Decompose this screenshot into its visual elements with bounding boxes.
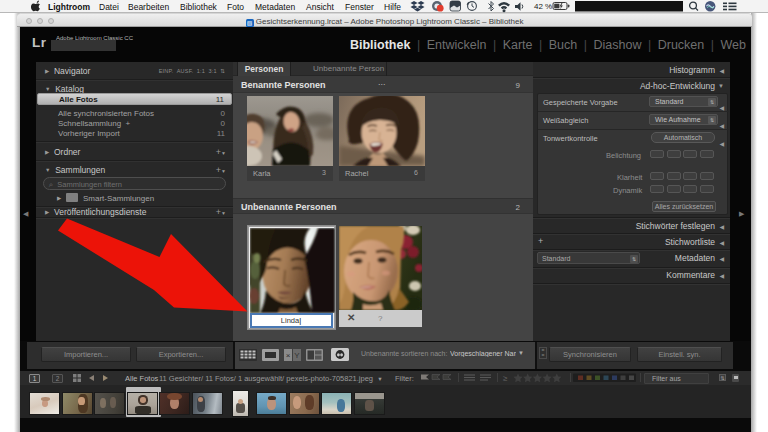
svg-text:≥: ≥ [503,374,508,383]
svg-text:42 %: 42 % [534,2,552,11]
svg-text:Y: Y [294,351,300,360]
svg-text:×: × [286,351,291,360]
